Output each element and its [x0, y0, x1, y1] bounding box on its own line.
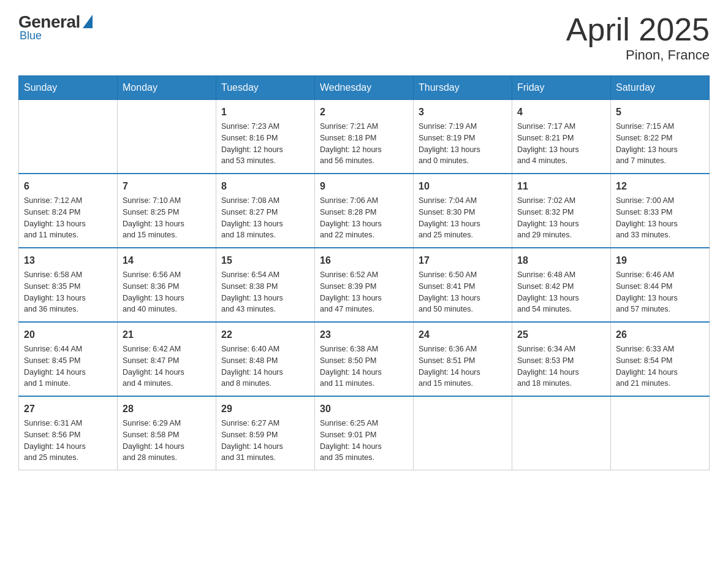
calendar-cell: 20Sunrise: 6:44 AMSunset: 8:45 PMDayligh… [19, 322, 118, 396]
day-info: Sunrise: 7:08 AMSunset: 8:27 PMDaylight:… [221, 195, 309, 241]
calendar-cell: 16Sunrise: 6:52 AMSunset: 8:39 PMDayligh… [315, 248, 414, 322]
day-number: 17 [419, 253, 507, 268]
day-info: Sunrise: 7:04 AMSunset: 8:30 PMDaylight:… [419, 195, 507, 241]
day-number: 22 [221, 327, 309, 342]
day-info: Sunrise: 7:15 AMSunset: 8:22 PMDaylight:… [616, 121, 704, 167]
day-number: 11 [517, 179, 605, 194]
day-info: Sunrise: 7:23 AMSunset: 8:16 PMDaylight:… [221, 121, 309, 167]
calendar-cell [414, 396, 512, 470]
day-number: 23 [320, 327, 408, 342]
calendar-cell [19, 100, 118, 174]
day-number: 25 [517, 327, 605, 342]
day-number: 30 [320, 402, 408, 416]
calendar-cell: 2Sunrise: 7:21 AMSunset: 8:18 PMDaylight… [315, 100, 414, 174]
logo-blue-text: Blue [20, 29, 42, 42]
day-number: 21 [123, 327, 211, 342]
day-info: Sunrise: 6:46 AMSunset: 8:44 PMDaylight:… [616, 269, 704, 315]
calendar-cell: 17Sunrise: 6:50 AMSunset: 8:41 PMDayligh… [414, 248, 512, 322]
calendar-cell: 3Sunrise: 7:19 AMSunset: 8:19 PMDaylight… [414, 100, 512, 174]
day-info: Sunrise: 7:00 AMSunset: 8:33 PMDaylight:… [616, 195, 704, 241]
calendar-title: April 2025 [566, 12, 710, 47]
day-info: Sunrise: 7:06 AMSunset: 8:28 PMDaylight:… [320, 195, 408, 241]
calendar-cell: 26Sunrise: 6:33 AMSunset: 8:54 PMDayligh… [611, 322, 710, 396]
day-number: 24 [419, 327, 507, 342]
day-info: Sunrise: 6:31 AMSunset: 8:56 PMDaylight:… [24, 418, 112, 464]
day-number: 26 [616, 327, 704, 342]
day-info: Sunrise: 6:38 AMSunset: 8:50 PMDaylight:… [320, 343, 408, 389]
day-number: 28 [123, 402, 211, 416]
calendar-cell [118, 100, 216, 174]
day-number: 27 [24, 402, 112, 416]
day-number: 18 [517, 253, 605, 268]
page-header: General Blue April 2025 Pinon, France [18, 12, 710, 63]
logo-triangle-icon [83, 15, 93, 28]
day-info: Sunrise: 7:12 AMSunset: 8:24 PMDaylight:… [24, 195, 112, 241]
day-number: 14 [123, 253, 211, 268]
day-info: Sunrise: 6:54 AMSunset: 8:38 PMDaylight:… [221, 269, 309, 315]
calendar-cell: 21Sunrise: 6:42 AMSunset: 8:47 PMDayligh… [118, 322, 216, 396]
calendar-cell: 23Sunrise: 6:38 AMSunset: 8:50 PMDayligh… [315, 322, 414, 396]
day-number: 7 [123, 179, 211, 194]
calendar-cell [611, 396, 710, 470]
calendar-cell: 12Sunrise: 7:00 AMSunset: 8:33 PMDayligh… [611, 174, 710, 248]
day-info: Sunrise: 6:33 AMSunset: 8:54 PMDaylight:… [616, 343, 704, 389]
day-number: 19 [616, 253, 704, 268]
calendar-cell: 5Sunrise: 7:15 AMSunset: 8:22 PMDaylight… [611, 100, 710, 174]
calendar-week-row: 1Sunrise: 7:23 AMSunset: 8:16 PMDaylight… [19, 100, 710, 174]
day-info: Sunrise: 6:56 AMSunset: 8:36 PMDaylight:… [123, 269, 211, 315]
day-info: Sunrise: 6:34 AMSunset: 8:53 PMDaylight:… [517, 343, 605, 389]
day-number: 16 [320, 253, 408, 268]
calendar-body: 1Sunrise: 7:23 AMSunset: 8:16 PMDaylight… [19, 100, 710, 470]
calendar-subtitle: Pinon, France [566, 47, 710, 63]
weekday-header-tuesday: Tuesday [216, 76, 315, 100]
day-number: 4 [517, 105, 605, 120]
day-number: 9 [320, 179, 408, 194]
calendar-cell: 15Sunrise: 6:54 AMSunset: 8:38 PMDayligh… [216, 248, 315, 322]
calendar-cell: 4Sunrise: 7:17 AMSunset: 8:21 PMDaylight… [512, 100, 611, 174]
day-info: Sunrise: 7:17 AMSunset: 8:21 PMDaylight:… [517, 121, 605, 167]
weekday-header-friday: Friday [512, 76, 611, 100]
day-number: 12 [616, 179, 704, 194]
day-number: 29 [221, 402, 309, 416]
day-info: Sunrise: 7:02 AMSunset: 8:32 PMDaylight:… [517, 195, 605, 241]
calendar-cell: 6Sunrise: 7:12 AMSunset: 8:24 PMDaylight… [19, 174, 118, 248]
weekday-header-thursday: Thursday [414, 76, 512, 100]
day-number: 5 [616, 105, 704, 120]
calendar-cell: 7Sunrise: 7:10 AMSunset: 8:25 PMDaylight… [118, 174, 216, 248]
day-info: Sunrise: 6:25 AMSunset: 9:01 PMDaylight:… [320, 418, 408, 464]
day-info: Sunrise: 7:21 AMSunset: 8:18 PMDaylight:… [320, 121, 408, 167]
day-number: 1 [221, 105, 309, 120]
calendar-cell: 11Sunrise: 7:02 AMSunset: 8:32 PMDayligh… [512, 174, 611, 248]
day-info: Sunrise: 7:19 AMSunset: 8:19 PMDaylight:… [419, 121, 507, 167]
calendar-cell: 22Sunrise: 6:40 AMSunset: 8:48 PMDayligh… [216, 322, 315, 396]
day-number: 20 [24, 327, 112, 342]
calendar-cell: 9Sunrise: 7:06 AMSunset: 8:28 PMDaylight… [315, 174, 414, 248]
day-info: Sunrise: 6:42 AMSunset: 8:47 PMDaylight:… [123, 343, 211, 389]
calendar-cell: 18Sunrise: 6:48 AMSunset: 8:42 PMDayligh… [512, 248, 611, 322]
weekday-header-row: SundayMondayTuesdayWednesdayThursdayFrid… [19, 76, 710, 100]
calendar-cell: 8Sunrise: 7:08 AMSunset: 8:27 PMDaylight… [216, 174, 315, 248]
weekday-header-saturday: Saturday [611, 76, 710, 100]
calendar-table: SundayMondayTuesdayWednesdayThursdayFrid… [18, 75, 710, 470]
day-number: 3 [419, 105, 507, 120]
calendar-cell: 25Sunrise: 6:34 AMSunset: 8:53 PMDayligh… [512, 322, 611, 396]
day-number: 2 [320, 105, 408, 120]
calendar-cell: 1Sunrise: 7:23 AMSunset: 8:16 PMDaylight… [216, 100, 315, 174]
day-info: Sunrise: 6:50 AMSunset: 8:41 PMDaylight:… [419, 269, 507, 315]
day-info: Sunrise: 6:48 AMSunset: 8:42 PMDaylight:… [517, 269, 605, 315]
weekday-header-wednesday: Wednesday [315, 76, 414, 100]
calendar-week-row: 20Sunrise: 6:44 AMSunset: 8:45 PMDayligh… [19, 322, 710, 396]
calendar-header: SundayMondayTuesdayWednesdayThursdayFrid… [19, 76, 710, 100]
title-block: April 2025 Pinon, France [566, 12, 710, 63]
day-info: Sunrise: 6:36 AMSunset: 8:51 PMDaylight:… [419, 343, 507, 389]
day-info: Sunrise: 6:29 AMSunset: 8:58 PMDaylight:… [123, 418, 211, 464]
logo: General Blue [18, 12, 93, 42]
calendar-week-row: 13Sunrise: 6:58 AMSunset: 8:35 PMDayligh… [19, 248, 710, 322]
calendar-cell: 27Sunrise: 6:31 AMSunset: 8:56 PMDayligh… [19, 396, 118, 470]
day-info: Sunrise: 6:58 AMSunset: 8:35 PMDaylight:… [24, 269, 112, 315]
calendar-cell: 10Sunrise: 7:04 AMSunset: 8:30 PMDayligh… [414, 174, 512, 248]
calendar-cell: 19Sunrise: 6:46 AMSunset: 8:44 PMDayligh… [611, 248, 710, 322]
weekday-header-sunday: Sunday [19, 76, 118, 100]
calendar-cell: 13Sunrise: 6:58 AMSunset: 8:35 PMDayligh… [19, 248, 118, 322]
day-number: 8 [221, 179, 309, 194]
